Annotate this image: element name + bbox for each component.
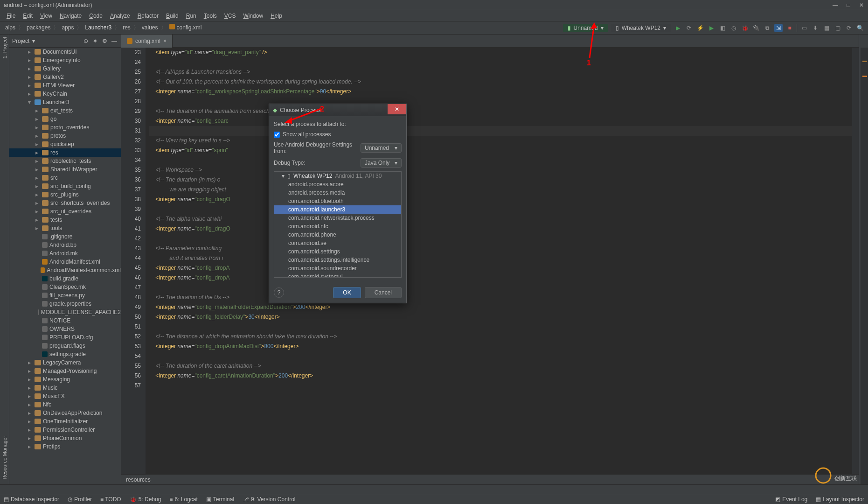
menu-edit[interactable]: Edit — [19, 11, 36, 21]
tree-file-gradle-properties[interactable]: gradle.properties — [9, 300, 121, 308]
maximize-icon[interactable]: □ — [842, 1, 855, 9]
tool-tab-terminal[interactable]: ▣Terminal — [206, 496, 234, 503]
tool-tab-eventlog[interactable]: ◩Event Log — [775, 496, 807, 503]
tree-folder-htmlviewer[interactable]: ▸HTMLViewer — [9, 81, 121, 90]
menu-navigate[interactable]: Navigate — [56, 11, 85, 21]
tree-file-cleanspec-mk[interactable]: CleanSpec.mk — [9, 283, 121, 291]
close-icon[interactable]: ✕ — [855, 1, 868, 9]
menu-tools[interactable]: Tools — [200, 11, 221, 21]
sdk-manager-icon[interactable]: ⬇ — [811, 24, 819, 32]
apply-changes-icon[interactable]: ⟳ — [685, 24, 693, 32]
tool-tab-todo[interactable]: ≡ TODO — [100, 496, 121, 503]
layout-bounds-icon[interactable]: ▢ — [833, 24, 842, 32]
menu-refactor[interactable]: Refactor — [134, 11, 162, 21]
debugger-settings-combo[interactable]: Unnamed▾ — [361, 143, 402, 153]
tree-folder-documentsui[interactable]: ▸DocumentsUI — [9, 48, 121, 56]
ui-inspection-icon[interactable]: ⧉ — [763, 24, 771, 32]
process-item[interactable]: com.android.settings — [274, 247, 401, 256]
process-item[interactable]: com.android.se — [274, 239, 401, 247]
tree-folder-protos[interactable]: ▸protos — [9, 132, 121, 140]
gear-icon[interactable]: ⚙ — [102, 38, 109, 44]
menu-vcs[interactable]: VCS — [221, 11, 240, 21]
tree-file-proguard-flags[interactable]: proguard.flags — [9, 342, 121, 350]
debug-type-combo[interactable]: Java Only▾ — [361, 158, 402, 168]
tree-folder-src-shortcuts-overrides[interactable]: ▸src_shortcuts_overrides — [9, 199, 121, 207]
tree-folder-src[interactable]: ▸src — [9, 174, 121, 182]
locate-icon[interactable]: ⊙ — [83, 38, 90, 44]
run-config-selector[interactable]: ▮ Unnamed ▾ — [563, 24, 608, 32]
editor-breadcrumb[interactable]: resources — [121, 474, 859, 484]
apply-code-icon[interactable]: ⚡ — [696, 24, 704, 32]
editor-scrollbar[interactable] — [852, 48, 859, 474]
tree-folder-emergencyinfo[interactable]: ▸EmergencyInfo — [9, 56, 121, 64]
sync-icon[interactable]: ⟳ — [845, 24, 853, 32]
tree-folder-managedprovisioning[interactable]: ▸ManagedProvisioning — [9, 367, 121, 375]
process-item[interactable]: com.android.systemui — [274, 273, 401, 278]
tree-folder-res[interactable]: ▸res — [9, 148, 121, 157]
breadcrumb-item[interactable]: alps — [4, 24, 17, 31]
tree-folder-ondeviceappprediction[interactable]: ▸OnDeviceAppPrediction — [9, 409, 121, 417]
tree-folder-nfc[interactable]: ▸Nfc — [9, 400, 121, 409]
tree-folder-music[interactable]: ▸Music — [9, 384, 121, 392]
profile-icon[interactable]: ◷ — [729, 24, 738, 32]
run-icon[interactable]: ▶ — [674, 24, 682, 32]
tree-folder-protips[interactable]: ▸Protips — [9, 442, 121, 451]
resource-manager-icon[interactable]: ▦ — [822, 24, 831, 32]
tree-file-module-license-apache2[interactable]: MODULE_LICENSE_APACHE2 — [9, 308, 121, 316]
tree-file-notice[interactable]: NOTICE — [9, 316, 121, 325]
tree-folder-tools[interactable]: ▸tools — [9, 224, 121, 232]
tree-folder-src-ui-overrides[interactable]: ▸src_ui_overrides — [9, 207, 121, 216]
tree-folder-robolectric-tests[interactable]: ▸robolectric_tests — [9, 157, 121, 165]
process-item[interactable]: com.android.bluetooth — [274, 197, 401, 205]
attach-to-process-icon[interactable]: ⇲ — [774, 24, 783, 32]
stop-icon[interactable]: ■ — [785, 24, 794, 32]
process-item[interactable]: com.android.phone — [274, 231, 401, 239]
tool-tab-debug[interactable]: 🐞5: Debug — [130, 496, 161, 503]
tree-file--gitignore[interactable]: .gitignore — [9, 232, 121, 241]
tree-folder-src-build-config[interactable]: ▸src_build_config — [9, 182, 121, 190]
tree-file-preupload-cfg[interactable]: PREUPLOAD.cfg — [9, 333, 121, 342]
menu-run[interactable]: Run — [182, 11, 200, 21]
menu-help[interactable]: Help — [267, 11, 286, 21]
show-all-processes-checkbox[interactable] — [274, 132, 280, 138]
tree-folder-quickstep[interactable]: ▸quickstep — [9, 140, 121, 148]
tree-folder-messaging[interactable]: ▸Messaging — [9, 375, 121, 384]
editor-code[interactable]: <item type="id" name="drag_event_parity"… — [146, 48, 852, 474]
editor-tab-config[interactable]: config.xml × — [121, 35, 173, 48]
tool-project[interactable]: 1: Project — [2, 37, 7, 58]
process-item[interactable]: com.android.networkstack.process — [274, 214, 401, 222]
tree-folder-src-plugins[interactable]: ▸src_plugins — [9, 190, 121, 199]
tree-folder-onetimeinitializer[interactable]: ▸OneTimeInitializer — [9, 417, 121, 426]
tree-file-owners[interactable]: OWNERS — [9, 325, 121, 333]
debug-icon[interactable]: ▶ — [707, 24, 715, 32]
menu-window[interactable]: Window — [239, 11, 267, 21]
menu-build[interactable]: Build — [162, 11, 182, 21]
tool-tab-database[interactable]: ▤Database Inspector — [4, 496, 59, 503]
cancel-button[interactable]: Cancel — [365, 287, 402, 298]
menu-code[interactable]: Code — [85, 11, 106, 21]
process-item[interactable]: com.android.launcher3 — [274, 205, 401, 214]
tree-folder-tests[interactable]: ▸tests — [9, 216, 121, 224]
tree-folder-ext-tests[interactable]: ▸ext_tests — [9, 106, 121, 115]
tree-folder-musicfx[interactable]: ▸MusicFX — [9, 392, 121, 400]
attach-debugger-icon[interactable]: 🔌 — [752, 24, 760, 32]
tree-folder-go[interactable]: ▸go — [9, 115, 121, 123]
process-item[interactable]: com.android.nfc — [274, 222, 401, 231]
device-selector[interactable]: ▯ Wheatek WP12 ▾ — [611, 24, 671, 32]
tree-folder-gallery[interactable]: ▸Gallery — [9, 64, 121, 73]
tool-tab-vcs[interactable]: ⎇9: Version Control — [243, 496, 295, 503]
breadcrumb-item[interactable]: res — [121, 24, 132, 31]
coverage-icon[interactable]: ◧ — [718, 24, 727, 32]
process-item[interactable]: com.android.soundrecorder — [274, 264, 401, 273]
tree-folder-gallery2[interactable]: ▸Gallery2 — [9, 73, 121, 81]
android-debug-icon[interactable]: 🐞 — [741, 24, 749, 32]
device-header[interactable]: ▾▯Wheatek WP12 Android 11, API 30 — [274, 172, 401, 180]
breadcrumb-item[interactable]: values — [140, 24, 160, 31]
tree-file-androidmanifest-common-xml[interactable]: AndroidManifest-common.xml — [9, 266, 121, 274]
process-item[interactable]: com.android.settings.intelligence — [274, 256, 401, 264]
tree-folder-keychain[interactable]: ▸KeyChain — [9, 90, 121, 98]
breadcrumb-item[interactable]: apps — [60, 24, 75, 31]
tree-file-fill-screens-py[interactable]: fill_screens.py — [9, 291, 121, 300]
process-item[interactable]: android.process.media — [274, 189, 401, 197]
expand-icon[interactable]: ✶ — [93, 38, 99, 44]
